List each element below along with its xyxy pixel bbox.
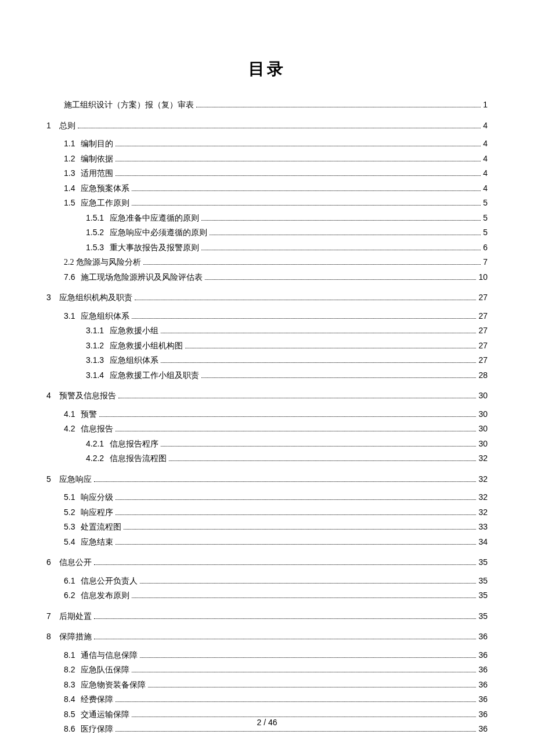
toc-entry: 7.6施工现场危险源辨识及风险评估表10 xyxy=(46,270,488,285)
toc-entry: 5应急响应32 xyxy=(46,472,488,487)
toc-page-number: 36 xyxy=(478,678,488,692)
toc-section-title: 响应程序 xyxy=(81,506,113,520)
toc-leader-dots xyxy=(116,431,476,431)
toc-section-title: 应急工作原则 xyxy=(81,196,129,211)
toc-leader-dots xyxy=(201,220,481,221)
toc-page-number: 27 xyxy=(478,309,488,323)
toc-entry: 1.5.1应急准备中应遵循的原则5 xyxy=(46,211,488,226)
toc-subsection-number: 4.2.1 xyxy=(86,437,104,451)
toc-section-number: 1.2 xyxy=(64,152,75,166)
toc-page-number: 33 xyxy=(478,520,488,534)
toc-entry: 1总则4 xyxy=(46,118,488,134)
toc-section-title: 信息发布原则 xyxy=(81,589,129,603)
toc-section-number: 1.1 xyxy=(64,136,75,151)
toc-leader-dots xyxy=(148,687,476,687)
toc-entry: 3.1.4应急救援工作小组及职责28 xyxy=(46,368,488,383)
toc-subsection-number: 1.5.2 xyxy=(86,225,104,240)
toc-leader-dots xyxy=(116,499,476,500)
toc-leader-dots xyxy=(116,175,481,176)
toc-entry: 1.5.3重大事故报告及报警原则6 xyxy=(46,240,488,255)
toc-entry: 1.2编制依据4 xyxy=(46,152,488,167)
toc-leader-dots xyxy=(161,333,476,333)
toc-page-number: 35 xyxy=(478,588,488,603)
toc-chapter-title: 应急响应 xyxy=(59,473,92,487)
toc-entry: 施工组织设计（方案）报（复）审表1 xyxy=(46,98,488,113)
toc-leader-dots xyxy=(205,279,476,280)
toc-section-title: 应急结束 xyxy=(81,535,113,550)
toc-section-title: 处置流程图 xyxy=(81,520,121,535)
toc-page-number: 4 xyxy=(483,118,488,133)
toc-page-number: 5 xyxy=(483,225,488,240)
toc-entry: 4.2.2信息报告流程图32 xyxy=(46,451,488,466)
toc-leader-dots xyxy=(116,514,476,515)
toc-section-title: 信息报告 xyxy=(81,422,113,437)
toc-subsection-number: 3.1.2 xyxy=(86,339,104,353)
toc-chapter-title: 保障措施 xyxy=(59,630,92,645)
toc-leader-dots xyxy=(116,701,476,702)
toc-entry: 1.5应急工作原则5 xyxy=(46,196,488,211)
toc-subsection-title: 应急准备中应遵循的原则 xyxy=(110,211,199,226)
toc-entry: 6信息公开35 xyxy=(46,555,488,570)
toc-section-number: 6.1 xyxy=(64,574,75,588)
toc-section-number: 5.4 xyxy=(64,535,75,549)
toc-chapter-number: 6 xyxy=(46,555,59,570)
toc-chapter-number: 5 xyxy=(46,472,59,487)
toc-entry: 5.4应急结束34 xyxy=(46,535,488,550)
toc-leader-dots xyxy=(132,717,476,717)
toc-leader-dots xyxy=(135,300,476,300)
toc-section-number: 4.2 xyxy=(64,422,75,436)
toc-page-number: 5 xyxy=(483,211,488,225)
toc-section-title: 2.2 危险源与风险分析 xyxy=(64,255,141,270)
toc-page-number: 35 xyxy=(478,574,488,588)
toc-entry: 6.2信息发布原则35 xyxy=(46,588,488,603)
toc-leader-dots xyxy=(132,672,476,672)
toc-entry: 4.2.1信息报告程序30 xyxy=(46,437,488,452)
toc-entry: 1.3适用范围4 xyxy=(46,166,488,181)
toc-section-title: 应急组织体系 xyxy=(81,309,129,324)
toc-entry: 3应急组织机构及职责27 xyxy=(46,290,488,305)
toc-page-number: 32 xyxy=(478,451,488,466)
toc-section-title: 适用范围 xyxy=(81,167,113,181)
toc-leader-dots xyxy=(210,235,481,235)
toc-page-number: 35 xyxy=(478,609,488,624)
toc-entry: 2.2 危险源与风险分析7 xyxy=(46,255,488,270)
toc-entry: 1.5.2应急响应中必须遵循的原则5 xyxy=(46,225,488,240)
toc-entry: 3.1.3应急组织体系27 xyxy=(46,353,488,368)
toc-page-number: 36 xyxy=(478,692,488,707)
toc-leader-dots xyxy=(140,583,476,584)
toc-section-title: 施工现场危险源辨识及风险评估表 xyxy=(81,271,203,285)
toc-title: 目录 xyxy=(46,58,488,80)
toc-entry: 8.2应急队伍保障36 xyxy=(46,663,488,678)
toc-entry: 1.1编制目的4 xyxy=(46,136,488,152)
toc-page-number: 30 xyxy=(478,437,488,451)
toc-leader-dots xyxy=(94,481,476,482)
toc-chapter-number: 8 xyxy=(46,629,59,644)
toc-section-number: 4.1 xyxy=(64,407,75,422)
toc-subsection-title: 信息报告程序 xyxy=(110,437,158,452)
toc-page-number: 28 xyxy=(478,368,488,383)
toc-chapter-title: 预警及信息报告 xyxy=(59,389,116,404)
toc-leader-dots xyxy=(94,564,476,565)
toc-page-number: 4 xyxy=(483,152,488,166)
toc-page-number: 36 xyxy=(478,629,488,644)
toc-section-number: 5.3 xyxy=(64,520,75,534)
toc-page-number: 27 xyxy=(478,323,488,338)
toc-chapter-number: 4 xyxy=(46,388,59,403)
toc-section-title: 通信与信息保障 xyxy=(81,649,138,663)
toc-leader-dots xyxy=(94,639,476,639)
toc-page-number: 4 xyxy=(483,166,488,181)
toc-section-number: 8.4 xyxy=(64,692,75,707)
toc-entry: 5.3处置流程图33 xyxy=(46,520,488,535)
toc-page-number: 4 xyxy=(483,136,488,151)
toc-leader-dots xyxy=(201,377,476,378)
toc-chapter-title: 应急组织机构及职责 xyxy=(59,291,132,305)
toc-section-title: 应急队伍保障 xyxy=(81,663,129,678)
toc-subsection-number: 4.2.2 xyxy=(86,451,104,466)
toc-subsection-number: 3.1.4 xyxy=(86,368,104,383)
toc-page-number: 34 xyxy=(478,535,488,549)
toc-leader-dots xyxy=(132,190,481,191)
toc-chapter-number: 7 xyxy=(46,609,59,624)
toc-chapter-title: 信息公开 xyxy=(59,556,92,570)
toc-subsection-title: 重大事故报告及报警原则 xyxy=(110,241,199,255)
toc-entry: 8.1通信与信息保障36 xyxy=(46,648,488,663)
